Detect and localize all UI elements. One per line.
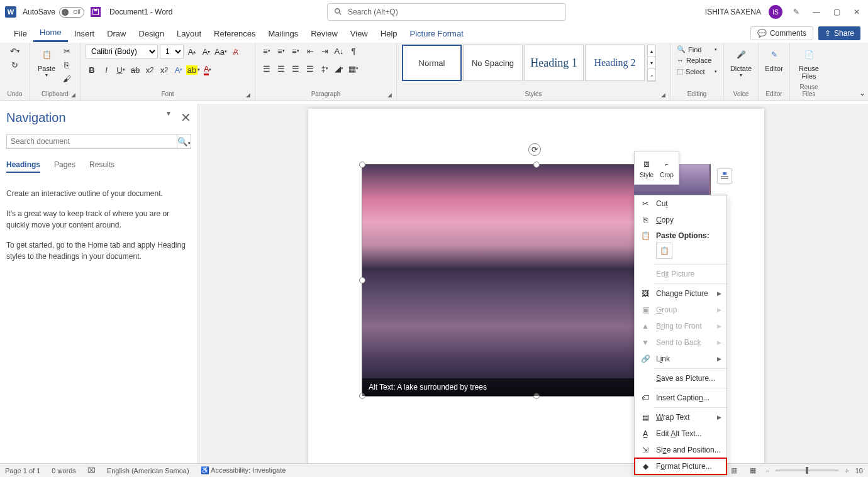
reuse-files-button[interactable]: 📄 Reuse Files xyxy=(795,45,823,81)
font-dialog-launcher[interactable]: ◢ xyxy=(246,92,252,98)
minimize-button[interactable]: — xyxy=(810,6,823,18)
tab-view[interactable]: View xyxy=(344,26,374,41)
nav-tab-results[interactable]: Results xyxy=(89,160,114,173)
paste-keep-source[interactable]: 📋 xyxy=(656,243,672,259)
subscript-button[interactable]: x2 xyxy=(143,63,156,76)
resize-handle-tl[interactable] xyxy=(359,162,365,168)
style-heading2[interactable]: Heading 2 xyxy=(585,45,645,81)
resize-handle-l[interactable] xyxy=(359,277,365,283)
align-left-button[interactable]: ☰ xyxy=(260,62,273,75)
paste-button[interactable]: 📋 Paste ▾ xyxy=(35,45,58,79)
nav-close[interactable]: ✕ xyxy=(181,110,191,125)
tab-design[interactable]: Design xyxy=(133,26,170,41)
italic-button[interactable]: I xyxy=(100,63,113,76)
bullets-button[interactable]: ≡▾ xyxy=(260,45,273,57)
zoom-out[interactable]: − xyxy=(765,467,769,474)
tab-references[interactable]: References xyxy=(208,26,262,41)
undo-button[interactable]: ↶ ▾ xyxy=(9,45,21,57)
tab-picture-format[interactable]: Picture Format xyxy=(404,26,470,41)
zoom-in[interactable]: + xyxy=(845,467,849,474)
superscript-button[interactable]: x2 xyxy=(158,63,170,76)
align-right-button[interactable]: ☰ xyxy=(289,62,302,75)
format-painter-button[interactable]: 🖌 xyxy=(60,72,73,85)
clipboard-dialog-launcher[interactable]: ◢ xyxy=(71,92,77,98)
sort-button[interactable]: A↓ xyxy=(333,45,345,57)
shading-button[interactable]: ◢▾ xyxy=(333,62,345,75)
view-print[interactable]: ▥ xyxy=(728,466,740,476)
tab-draw[interactable]: Draw xyxy=(101,26,132,41)
replace-button[interactable]: ↔Replace xyxy=(676,56,718,65)
tab-layout[interactable]: Layout xyxy=(170,26,208,41)
zoom-value[interactable]: 10 xyxy=(855,467,863,474)
status-page[interactable]: Page 1 of 1 xyxy=(5,467,40,474)
line-spacing-button[interactable]: ‡▾ xyxy=(318,62,331,75)
close-button[interactable]: ✕ xyxy=(850,6,863,18)
copy-button[interactable]: ⎘ xyxy=(60,58,73,71)
ctx-link[interactable]: 🔗 Link ▶ xyxy=(635,351,726,367)
shrink-font-button[interactable]: A▾ xyxy=(200,45,213,58)
ctx-change-picture[interactable]: 🖼 Change Picture ▶ xyxy=(635,285,726,302)
style-normal[interactable]: Normal xyxy=(402,45,462,81)
search-box[interactable]: Search (Alt+Q) xyxy=(327,3,566,21)
style-scroll-up[interactable]: ▴ xyxy=(648,45,655,57)
nav-search-input[interactable] xyxy=(6,134,177,149)
align-center-button[interactable]: ☰ xyxy=(275,62,287,75)
justify-button[interactable]: ☰ xyxy=(304,62,316,75)
tab-file[interactable]: File xyxy=(8,26,33,41)
ctx-format-picture[interactable]: ◆ Format Picture... xyxy=(635,458,726,474)
redo-button[interactable]: ↻ xyxy=(9,58,21,71)
layout-options-button[interactable] xyxy=(717,168,732,184)
resize-handle-t[interactable] xyxy=(533,162,540,168)
mini-style-button[interactable]: 🖼 Style xyxy=(637,154,656,182)
tab-help[interactable]: Help xyxy=(374,26,404,41)
status-accessibility[interactable]: ♿ Accessibility: Investigate xyxy=(201,466,286,474)
increase-indent-button[interactable]: ⇥ xyxy=(318,45,331,57)
ctx-copy[interactable]: ⎘ Copy xyxy=(635,212,726,228)
paragraph-dialog-launcher[interactable]: ◢ xyxy=(387,92,394,98)
ctx-insert-caption[interactable]: 🏷 Insert Caption... xyxy=(635,390,726,406)
numbering-button[interactable]: ≡▾ xyxy=(275,45,287,57)
grow-font-button[interactable]: A▴ xyxy=(186,45,198,58)
cut-button[interactable]: ✂ xyxy=(60,45,73,57)
zoom-thumb[interactable] xyxy=(806,467,808,474)
share-button[interactable]: ⇪ Share xyxy=(818,26,860,40)
ctx-size-position[interactable]: ⇲ Size and Position... xyxy=(635,442,726,458)
maximize-button[interactable]: ▢ xyxy=(830,6,843,18)
status-language[interactable]: English (American Samoa) xyxy=(107,467,189,474)
underline-button[interactable]: U▾ xyxy=(114,63,127,76)
tab-insert[interactable]: Insert xyxy=(68,26,101,41)
dictate-button[interactable]: 🎤 Dictate ▾ xyxy=(729,45,753,79)
highlight-button[interactable]: ab▾ xyxy=(187,63,199,76)
tab-mailings[interactable]: Mailings xyxy=(262,26,305,41)
nav-search-button[interactable]: 🔍▾ xyxy=(177,134,191,149)
tab-home[interactable]: Home xyxy=(33,25,68,42)
ribbon-display-button[interactable]: ✎ xyxy=(790,6,803,18)
strikethrough-button[interactable]: ab xyxy=(129,63,142,76)
multilevel-button[interactable]: ≡▾ xyxy=(289,45,302,57)
font-name-select[interactable]: Calibri (Body) xyxy=(86,45,158,58)
status-words[interactable]: 0 words xyxy=(52,467,76,474)
autosave-toggle[interactable]: Off xyxy=(59,7,84,18)
style-no-spacing[interactable]: No Spacing xyxy=(463,45,523,81)
style-heading1[interactable]: Heading 1 xyxy=(524,45,584,81)
view-web[interactable]: ▦ xyxy=(747,466,759,476)
ctx-wrap-text[interactable]: ▤ Wrap Text ▶ xyxy=(635,409,726,425)
editor-button[interactable]: ✎ Editor xyxy=(764,45,784,74)
borders-button[interactable]: ▦▾ xyxy=(347,62,360,75)
zoom-slider[interactable] xyxy=(776,469,838,471)
save-button[interactable] xyxy=(91,7,101,17)
change-case-button[interactable]: Aa▾ xyxy=(214,45,227,58)
user-avatar[interactable]: IS xyxy=(769,5,782,19)
select-button[interactable]: ⬚Select ▾ xyxy=(676,67,718,76)
bold-button[interactable]: B xyxy=(86,63,98,76)
text-effects-button[interactable]: A▾ xyxy=(172,63,185,76)
tab-review[interactable]: Review xyxy=(304,26,344,41)
decrease-indent-button[interactable]: ⇤ xyxy=(304,45,316,57)
rotate-handle[interactable]: ⟳ xyxy=(528,143,541,156)
ctx-save-as-picture[interactable]: Save as Picture... xyxy=(635,370,726,387)
nav-tab-headings[interactable]: Headings xyxy=(6,160,40,173)
find-button[interactable]: 🔍Find ▾ xyxy=(676,45,718,54)
comments-button[interactable]: 💬 Comments xyxy=(750,26,813,40)
show-marks-button[interactable]: ¶ xyxy=(347,45,360,57)
status-spell-icon[interactable]: ⌧ xyxy=(87,466,96,474)
